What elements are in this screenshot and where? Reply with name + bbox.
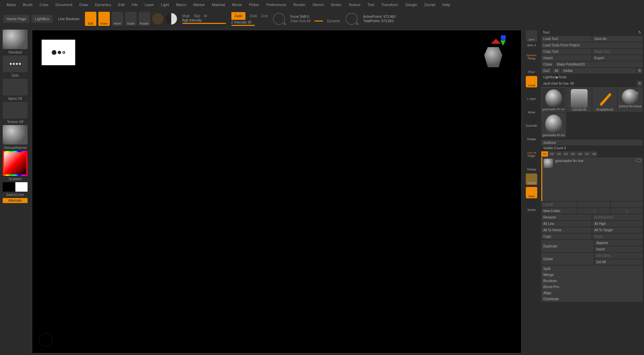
draw-button[interactable]: Draw	[98, 12, 110, 26]
zadd-toggle[interactable]: Zadd	[231, 12, 246, 20]
color-picker[interactable]	[3, 151, 28, 176]
subtool-icon[interactable]	[544, 159, 553, 168]
v4-button[interactable]: V4	[562, 151, 569, 157]
v1-button[interactable]: V1	[541, 151, 548, 157]
polyf-button[interactable]: Line FillPolyF	[526, 143, 537, 158]
subtool-header[interactable]: Subtool	[541, 140, 643, 146]
draw-size-slider[interactable]	[314, 21, 323, 22]
lsym-button[interactable]: L.Sym	[526, 89, 537, 101]
up-icon[interactable]: ↑	[578, 202, 610, 207]
menu-item[interactable]: Picker	[246, 2, 263, 8]
rgb-intensity-slider[interactable]	[182, 23, 226, 24]
insert-button[interactable]: Insert	[594, 246, 643, 252]
boolean-header[interactable]: Boolean	[541, 278, 643, 284]
edit-button[interactable]: Edit	[85, 12, 96, 26]
append-button[interactable]: Append	[594, 240, 643, 246]
r-button[interactable]: R	[637, 68, 643, 74]
copy-tool-button[interactable]: Copy Tool	[541, 49, 592, 54]
material-preview[interactable]	[3, 125, 28, 145]
menu-item[interactable]: Light	[158, 2, 172, 8]
stroke-preview[interactable]	[3, 55, 28, 72]
del-all-button[interactable]: Del All	[594, 259, 643, 265]
mrgb-toggle[interactable]: Mrgb	[182, 14, 190, 18]
new-folder-button[interactable]: New Folder	[541, 208, 577, 214]
load-tool-button[interactable]: Load Tool	[541, 36, 592, 42]
menu-item[interactable]: Dynamics	[92, 2, 114, 8]
menu-item[interactable]: Movie	[229, 2, 245, 8]
menu-item[interactable]: Marker	[190, 2, 208, 8]
switchcolor-label[interactable]: SwitchColor	[5, 192, 25, 197]
menu-item[interactable]: Stencil	[310, 2, 327, 8]
z-intensity-slider[interactable]	[231, 25, 255, 26]
menu-item[interactable]: Render	[290, 2, 309, 8]
rename-button[interactable]: Rename	[541, 214, 592, 220]
persp-button[interactable]: DynamicPersp	[526, 49, 537, 61]
gradient-icon[interactable]	[166, 13, 177, 25]
brush-preview[interactable]	[3, 30, 28, 49]
delete-button[interactable]: Delete	[541, 253, 594, 265]
rotate-view-button[interactable]: Rotate	[526, 130, 537, 141]
del-other-button[interactable]: Del Other	[594, 253, 643, 259]
move-view-button[interactable]: Move	[526, 103, 537, 114]
menu-item[interactable]: Texture	[345, 2, 363, 8]
rotate-button[interactable]: Rotate	[139, 12, 150, 26]
arrow-icon-2[interactable]: ↘	[611, 208, 643, 214]
all-high-button[interactable]: All High	[592, 221, 643, 227]
duplicate-button[interactable]: Duplicate	[541, 240, 594, 252]
copy-button[interactable]: Copy	[541, 234, 592, 239]
all-low-button[interactable]: All Low	[541, 221, 592, 227]
v2-button[interactable]: V2	[548, 151, 555, 157]
alpha-preview[interactable]	[3, 79, 28, 95]
lightbox-tools-button[interactable]: Lightbox▶Tools	[541, 74, 643, 80]
navigation-gizmo[interactable]	[488, 34, 511, 67]
xpose-button[interactable]: Xpose	[526, 200, 537, 212]
eye-icon[interactable]	[636, 159, 641, 162]
swatch-white[interactable]	[15, 182, 28, 192]
visible-button[interactable]: Visible	[561, 68, 636, 74]
scale-button[interactable]: Scale	[125, 12, 137, 26]
camera-head-icon[interactable]	[484, 47, 502, 67]
tool-item-simplebrush[interactable]: SimpleBrush	[592, 87, 617, 112]
paste-tool-button[interactable]: Paste Tool	[592, 49, 643, 54]
all-home-button[interactable]: All To Home	[541, 227, 592, 233]
save-as-button[interactable]: Save As	[592, 36, 643, 42]
rgb-toggle[interactable]: Rgb	[194, 14, 200, 18]
move-button[interactable]: Move	[112, 12, 123, 26]
tool-item-cylinder[interactable]: Cylinder3D	[567, 87, 592, 112]
polymesh-button[interactable]: Make PolyMesh3D	[555, 62, 643, 67]
menu-item[interactable]: Color	[37, 2, 51, 8]
quicksketch-thumbnail[interactable]	[42, 40, 75, 65]
export-button[interactable]: Export	[592, 55, 643, 61]
home-button[interactable]: Home Page	[3, 15, 30, 23]
floor-button[interactable]: Floor	[526, 63, 537, 74]
ghost-button[interactable]: Ghost	[526, 173, 537, 185]
menu-item[interactable]: Stroke	[328, 2, 344, 8]
menu-item[interactable]: Document	[52, 2, 75, 8]
all-button[interactable]: All	[552, 68, 560, 74]
load-project-button[interactable]: Load Tools From Project	[541, 42, 643, 48]
dial-s-icon[interactable]: S	[273, 13, 285, 25]
merge-header[interactable]: Merge	[541, 272, 643, 278]
distribute-header[interactable]: Distribute	[541, 296, 643, 302]
bpr-button[interactable]: BPR	[526, 30, 537, 42]
lightbox-button[interactable]: LightBox	[32, 15, 53, 23]
dial-d-icon[interactable]: D	[346, 13, 358, 25]
menu-item[interactable]: Help	[440, 2, 453, 8]
menu-item[interactable]: Brush	[20, 2, 36, 8]
v3-button[interactable]: V3	[555, 151, 562, 157]
menu-item[interactable]: Transform	[378, 2, 401, 8]
align-header[interactable]: Align	[541, 290, 643, 296]
r-button-2[interactable]: R	[637, 81, 643, 86]
subtool-list[interactable]: gasmaske fin low	[541, 157, 643, 201]
menu-item[interactable]: Alpha	[3, 2, 19, 8]
autoreorder-button[interactable]: AutoReorder	[592, 214, 643, 220]
all-target-button[interactable]: All To Target	[592, 227, 643, 233]
m-toggle[interactable]: M	[204, 14, 207, 18]
liveboolean-button[interactable]: Live Boolean	[55, 15, 83, 23]
menu-item[interactable]: Material	[209, 2, 228, 8]
paste-button[interactable]: Paste	[592, 234, 643, 239]
goz-button[interactable]: GoZ	[541, 68, 552, 74]
spix-label[interactable]: SPix 3	[527, 44, 536, 47]
menu-item[interactable]: Edit	[115, 2, 128, 8]
menu-item[interactable]: Zscript	[421, 2, 439, 8]
